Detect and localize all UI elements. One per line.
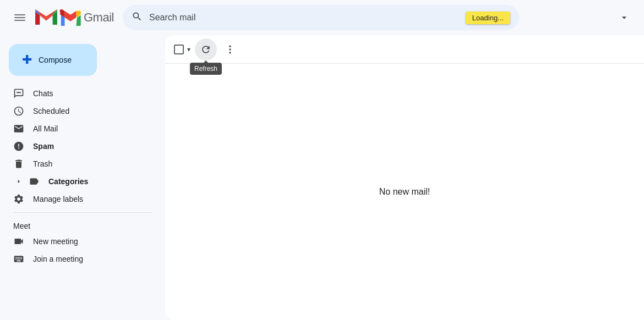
mail-content: No new mail! xyxy=(165,64,644,320)
select-all-wrap: ▾ xyxy=(174,43,193,56)
select-options-chevron[interactable]: ▾ xyxy=(185,43,193,56)
sidebar-item-join-meeting[interactable]: Join a meeting xyxy=(0,250,156,268)
join-meeting-label: Join a meeting xyxy=(33,255,83,263)
sidebar-item-spam[interactable]: Spam xyxy=(0,137,156,155)
menu-icon xyxy=(14,12,25,23)
svg-point-3 xyxy=(17,92,18,93)
sidebar-item-trash[interactable]: Trash xyxy=(0,155,156,173)
topbar: Gmail Loading... xyxy=(0,0,644,35)
more-options-button[interactable] xyxy=(219,38,241,60)
search-bar: Loading... xyxy=(123,5,519,30)
sidebar-item-new-meeting[interactable]: New meeting xyxy=(0,233,156,250)
svg-point-7 xyxy=(229,48,231,50)
sidebar-item-manage-labels[interactable]: Manage labels xyxy=(0,190,156,208)
topbar-right xyxy=(613,7,635,29)
sidebar-item-chats[interactable]: Chats xyxy=(0,85,156,102)
more-vert-icon xyxy=(225,44,236,55)
spam-icon xyxy=(13,141,24,152)
settings-icon xyxy=(13,194,24,205)
select-all-checkbox[interactable] xyxy=(174,45,184,54)
label-icon xyxy=(29,176,40,187)
toolbar: ▾ Refresh xyxy=(165,35,644,64)
search-icon xyxy=(132,11,143,25)
chevron-down-icon xyxy=(619,12,630,23)
video-icon xyxy=(13,236,24,247)
all-mail-label: All Mail xyxy=(33,124,58,133)
scheduled-label: Scheduled xyxy=(33,107,69,115)
refresh-button[interactable]: Refresh xyxy=(195,38,217,60)
compose-plus-icon: ✚ xyxy=(22,53,32,67)
search-options-button[interactable] xyxy=(613,7,635,29)
categories-label: Categories xyxy=(48,177,88,186)
search-input[interactable] xyxy=(149,13,459,23)
svg-point-4 xyxy=(18,92,20,93)
expand-icon xyxy=(13,177,24,186)
all-mail-icon xyxy=(13,123,24,134)
spam-label: Spam xyxy=(33,142,54,151)
gmail-logo-icon xyxy=(59,9,81,26)
hamburger-button[interactable] xyxy=(9,7,31,29)
compose-button[interactable]: ✚ Compose xyxy=(9,44,97,76)
refresh-icon xyxy=(200,44,211,55)
trash-icon xyxy=(13,158,24,169)
sidebar-item-categories[interactable]: Categories xyxy=(0,173,156,190)
sidebar-divider xyxy=(13,212,152,213)
loading-badge: Loading... xyxy=(466,12,510,24)
content-area: ▾ Refresh No new mail! xyxy=(165,35,644,320)
trash-label: Trash xyxy=(33,159,52,168)
chat-icon xyxy=(13,88,24,99)
chats-label: Chats xyxy=(33,89,53,98)
manage-labels-label: Manage labels xyxy=(33,195,83,203)
svg-rect-1 xyxy=(14,17,25,18)
svg-rect-2 xyxy=(14,20,25,21)
compose-label: Compose xyxy=(39,56,72,64)
new-meeting-label: New meeting xyxy=(33,237,78,246)
svg-point-8 xyxy=(229,52,231,53)
keyboard-icon xyxy=(13,253,24,264)
meet-section-label: Meet xyxy=(0,217,165,233)
scheduled-icon xyxy=(13,106,24,117)
app-title: Gmail xyxy=(84,10,114,25)
main-layout: ✚ Compose Chats Scheduled xyxy=(0,35,644,320)
gmail-logo: Gmail xyxy=(35,9,114,26)
sidebar-item-all-mail[interactable]: All Mail xyxy=(0,120,156,137)
svg-point-6 xyxy=(229,45,231,47)
svg-rect-0 xyxy=(14,14,25,15)
svg-point-5 xyxy=(19,92,21,93)
gmail-m-icon xyxy=(35,9,57,26)
no-new-mail-text: No new mail! xyxy=(379,187,430,197)
sidebar-item-scheduled[interactable]: Scheduled xyxy=(0,102,156,120)
sidebar: ✚ Compose Chats Scheduled xyxy=(0,35,165,320)
